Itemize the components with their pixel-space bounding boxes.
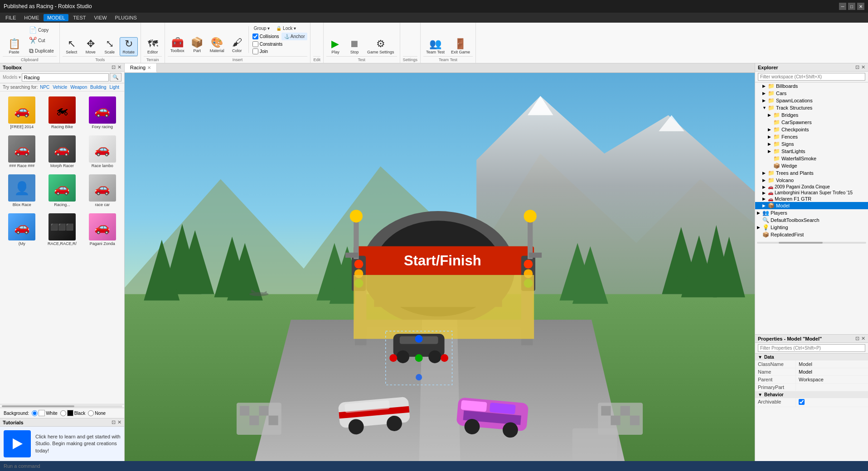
exit-game-button[interactable]: 🚪 Exit Game	[448, 37, 473, 56]
tree-item-startlights[interactable]: ▶ 📁 StartLights	[755, 148, 868, 155]
tree-item-lighting[interactable]: ▶ 💡 Lighting	[755, 224, 868, 231]
duplicate-button[interactable]: ⧉ Duplicate	[26, 46, 57, 56]
properties-close-button[interactable]: ✕	[861, 336, 865, 341]
command-input[interactable]	[4, 463, 864, 469]
part-button[interactable]: 📦 Part	[188, 36, 206, 55]
props-behavior-header[interactable]: ▼ Behavior	[755, 391, 868, 398]
tree-item-volcano[interactable]: ▶ 📁 Volcano	[755, 177, 868, 184]
constraints-check[interactable]: Constraints	[251, 41, 284, 48]
group-button[interactable]: Group ▾	[251, 24, 273, 32]
tab-close-racing[interactable]: ✕	[147, 65, 151, 70]
play-button[interactable]: ▶ Play	[326, 37, 344, 56]
game-settings-icon: ⚙	[376, 39, 385, 49]
join-check[interactable]: Join	[251, 48, 269, 55]
tool-item-1[interactable]: 🚗 [FREE] 2014	[3, 94, 41, 131]
bg-black-option[interactable]: Black	[60, 410, 85, 416]
menu-test[interactable]: TEST	[69, 14, 89, 21]
collisions-check[interactable]: Collisions	[251, 33, 281, 40]
menu-model[interactable]: MODEL	[44, 14, 68, 21]
viewport-tab-racing[interactable]: Racing ✕	[125, 63, 157, 72]
tree-item-bridges[interactable]: ▶ 📁 Bridges	[755, 111, 868, 119]
tool-label-2: Racing Bike	[51, 125, 73, 129]
tree-item-signs[interactable]: ▶ 📁 Signs	[755, 140, 868, 148]
tree-item-mclaren[interactable]: ▶ 🚗 Mclaren F1 GTR	[755, 196, 868, 202]
explorer-filter-input[interactable]	[758, 73, 865, 81]
game-settings-button[interactable]: ⚙ Game Settings	[364, 37, 397, 56]
tree-item-replicatedfirst[interactable]: 📦 ReplicatedFirst	[755, 231, 868, 238]
prop-value-archivable[interactable]	[796, 398, 868, 407]
properties-undock-button[interactable]: ⊡	[855, 336, 859, 341]
cut-button[interactable]: ✂️ Cut	[26, 35, 57, 45]
prop-value-name[interactable]	[796, 368, 868, 375]
tool-item-8[interactable]: 🚗 Racing...	[43, 172, 82, 209]
toolbox-search-button[interactable]: 🔍	[110, 73, 121, 82]
toolbox-search-input[interactable]	[22, 73, 109, 82]
terrain-editor-button[interactable]: 🗺 Editor	[144, 37, 162, 56]
prop-name-input[interactable]	[799, 369, 865, 375]
scale-button[interactable]: ⤡ Scale	[101, 37, 119, 56]
tree-item-players[interactable]: ▶ 👥 Players	[755, 209, 868, 216]
tree-item-wedge[interactable]: 📦 Wedge	[755, 162, 868, 169]
tool-item-9[interactable]: 🚗 race car	[83, 172, 121, 209]
move-button[interactable]: ✥ Move	[82, 37, 100, 56]
tree-item-lamborghini[interactable]: ▶ 🚗 Lamborghini Huracan Super Trofeo '15	[755, 190, 868, 196]
tutorials-undock-button[interactable]: ⊡	[112, 419, 116, 425]
prop-filter-input[interactable]	[758, 344, 865, 352]
tree-item-defaulttoolboxsearch[interactable]: 🔍 DefaultToolboxSearch	[755, 216, 868, 224]
tool-item-3[interactable]: 🚗 Foxy racing	[83, 94, 121, 131]
tree-item-model[interactable]: ▶ 📦 Model	[755, 202, 868, 209]
tutorials-content[interactable]: Click here to learn and get started with…	[0, 427, 124, 461]
tool-item-11[interactable]: ⬛⬛⬛ RACE,RACE,R/	[43, 211, 82, 248]
tree-item-fences[interactable]: ▶ 📁 Fences	[755, 133, 868, 140]
tutorials-close-button[interactable]: ✕	[117, 419, 121, 425]
tree-item-pagani2009[interactable]: ▶ 🚗 2009 Pagani Zonda Cinque	[755, 184, 868, 190]
bg-none-option[interactable]: None	[88, 410, 106, 416]
tool-item-12[interactable]: 🚗 Pagani Zonda	[83, 211, 121, 248]
select-button[interactable]: ↖ Select	[63, 37, 81, 56]
tool-item-4[interactable]: 🚗 ### Race ###	[3, 133, 41, 170]
tree-item-trackstructures[interactable]: ▼ 📁 Track Structures	[755, 104, 868, 111]
tool-item-6[interactable]: 🚗 Race lambo	[83, 133, 121, 170]
tree-item-spawnlocations[interactable]: ▶ 📁 SpawnLocations	[755, 97, 868, 104]
prop-archivable-checkbox[interactable]	[799, 399, 805, 405]
color-button[interactable]: 🖌 Color	[228, 36, 246, 55]
viewport-canvas[interactable]: Start/Finish	[125, 73, 755, 461]
tool-item-7[interactable]: 👤 Blox Race	[3, 172, 41, 209]
lock-button[interactable]: 🔒 Lock ▾	[273, 24, 299, 32]
filter-npc[interactable]: NPC	[40, 85, 49, 90]
tree-item-cars[interactable]: ▶ 📁 Cars	[755, 90, 868, 97]
explorer-undock-button[interactable]: ⊡	[855, 64, 859, 70]
tree-item-billboards[interactable]: ▶ 📁 Billboards	[755, 82, 868, 90]
tree-item-waterfallsmoke[interactable]: 📁 WaterfallSmoke	[755, 155, 868, 162]
rotate-button[interactable]: ↻ Rotate	[120, 37, 138, 56]
tool-item-10[interactable]: 🚗 (My	[3, 211, 41, 248]
explorer-close-button[interactable]: ✕	[861, 64, 865, 70]
stop-button[interactable]: ⏹ Stop	[345, 37, 364, 56]
filter-building[interactable]: Building	[90, 85, 107, 90]
tree-item-treesandplants[interactable]: ▶ 📁 Trees and Plants	[755, 169, 868, 177]
copy-button[interactable]: 📄 Copy	[26, 25, 57, 35]
material-button[interactable]: 🎨 Material	[207, 36, 227, 55]
anchor-button[interactable]: ⚓ Anchor	[281, 33, 308, 40]
bg-white-option[interactable]: White	[32, 410, 58, 416]
menu-view[interactable]: VIEW	[90, 14, 110, 21]
menu-file[interactable]: FILE	[2, 14, 19, 21]
team-test-button[interactable]: 👥 Team Test	[423, 37, 447, 56]
filter-light[interactable]: Light	[109, 85, 119, 90]
close-button[interactable]: ✕	[857, 3, 864, 10]
toolbox-button[interactable]: 🧰 Toolbox	[168, 36, 187, 55]
menu-home[interactable]: HOME	[20, 14, 43, 21]
filter-vehicle[interactable]: Vehicle	[53, 85, 67, 90]
minimize-button[interactable]: ─	[839, 3, 846, 10]
filter-weapon[interactable]: Weapon	[70, 85, 87, 90]
toolbox-close-button[interactable]: ✕	[117, 64, 121, 70]
maximize-button[interactable]: □	[848, 3, 855, 10]
tree-item-checkpoints[interactable]: ▶ 📁 Checkpoints	[755, 126, 868, 133]
tool-item-2[interactable]: 🏍 Racing Bike	[43, 94, 82, 131]
props-data-header[interactable]: ▼ Data	[755, 354, 868, 360]
menu-plugins[interactable]: PLUGINS	[112, 14, 141, 21]
paste-button[interactable]: 📋 Paste	[3, 37, 25, 56]
toolbox-undock-button[interactable]: ⊡	[112, 64, 116, 70]
tree-item-carspawners[interactable]: 📁 CarSpawners	[755, 119, 868, 126]
tool-item-5[interactable]: 🚗 Morph Racer	[43, 133, 82, 170]
